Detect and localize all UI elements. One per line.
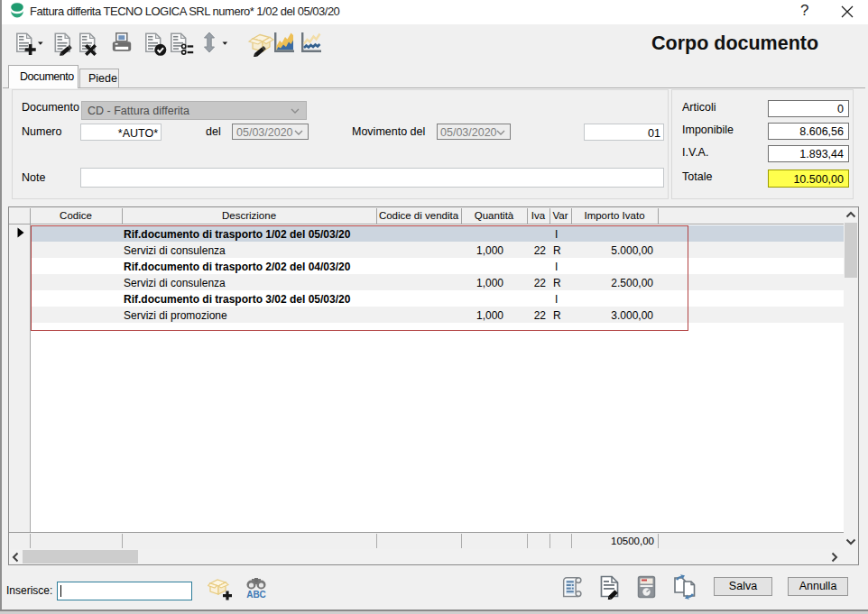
svg-text:ABC: ABC: [246, 590, 266, 600]
